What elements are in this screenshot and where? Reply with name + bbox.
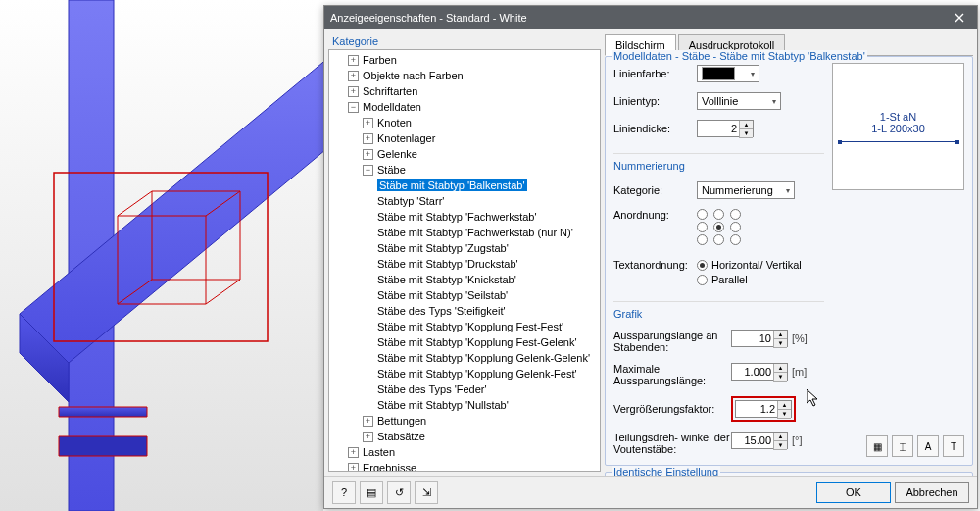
tree-node[interactable]: +Knoten xyxy=(329,115,600,130)
tree-node[interactable]: +Schriftarten xyxy=(329,83,600,99)
properties-pane: Bildschirm Ausdruckprotokoll Modelldaten… xyxy=(605,33,973,472)
svg-marker-2 xyxy=(59,436,147,456)
tree-node[interactable]: +Ergebnisse xyxy=(329,460,600,472)
label-max-aussp: Maximale Aussparungslänge: xyxy=(613,363,731,386)
category-heading: Kategorie xyxy=(332,35,601,47)
tree-node[interactable]: Stäbe des Typs 'Feder' xyxy=(329,382,600,397)
tree-node[interactable]: Stäbe mit Stabtyp 'Fachwerkstab (nur N)' xyxy=(329,225,600,240)
legend-main: Modelldaten - Stäbe - Stäbe mit Stabtyp … xyxy=(612,50,867,62)
arrangement-radios[interactable] xyxy=(697,209,741,245)
label-textanordnung: Textanordnung: xyxy=(613,259,697,271)
help-button[interactable]: ? xyxy=(332,481,356,504)
svg-marker-3 xyxy=(20,29,323,363)
tree-node[interactable]: +Lasten xyxy=(329,444,600,460)
textorder-radios[interactable]: Horizontal/ Vertikal Parallel xyxy=(697,259,802,285)
highlight-box: ▲▼ xyxy=(731,396,796,422)
tree-node[interactable]: Stäbe mit Stabtyp 'Fachwerkstab' xyxy=(329,209,600,225)
mini-toolbar: ▦ ⌶ A T xyxy=(832,435,964,457)
close-icon xyxy=(955,13,964,23)
label-anordnung: Anordnung: xyxy=(613,209,697,221)
label-vergroess: Vergrößerungsfaktor: xyxy=(613,403,731,415)
heading-nummerierung: Nummerierung xyxy=(613,160,697,172)
tree-node[interactable]: Stäbe mit Stabtyp 'Knickstab' xyxy=(329,272,600,287)
tree-node[interactable]: +Farben xyxy=(329,52,600,68)
font-icon[interactable]: A xyxy=(917,435,939,457)
preview-line-icon xyxy=(840,141,957,142)
tree-node[interactable]: +Bettungen xyxy=(329,413,600,429)
close-button[interactable] xyxy=(948,6,971,29)
aussparung-input[interactable]: ▲▼ xyxy=(731,330,788,347)
label-kategorie: Kategorie: xyxy=(613,184,697,196)
3d-viewport[interactable] xyxy=(0,0,323,511)
category-tree[interactable]: +Farben +Objekte nach Farben +Schriftart… xyxy=(328,49,601,472)
identical-group: Identische Einstellung Für Bildschirm un… xyxy=(605,472,973,476)
tree-node[interactable]: Stäbe mit Stabtyp 'Kopplung Gelenk-Fest' xyxy=(329,366,600,382)
svg-line-8 xyxy=(206,280,240,304)
label-liniendicke: Liniendicke: xyxy=(613,123,697,134)
tree-node[interactable]: Stabtyp 'Starr' xyxy=(329,193,600,209)
tree-node[interactable]: Stäbe mit Stabtyp 'Zugstab' xyxy=(329,240,600,256)
reset-button[interactable]: ↺ xyxy=(387,481,411,504)
color-dropdown[interactable]: ▾ xyxy=(697,65,760,82)
vergroess-input[interactable]: ▲▼ xyxy=(735,400,792,418)
teilung-input[interactable]: ▲▼ xyxy=(731,432,788,449)
label-teilung: Teilungsdreh- winkel der Voutenstäbe: xyxy=(613,432,731,455)
label-aussparung: Aussparungslänge an Stabenden: xyxy=(613,330,731,353)
tree-node-selected[interactable]: Stäbe mit Stabtyp 'Balkenstab' xyxy=(329,178,600,193)
category-pane: Kategorie +Farben +Objekte nach Farben +… xyxy=(328,33,601,472)
tree-node[interactable]: +Knotenlager xyxy=(329,130,600,146)
titlebar[interactable]: Anzeigeeigenschaften - Standard - White xyxy=(324,6,977,29)
swatch-icon xyxy=(702,67,735,80)
heading-grafik: Grafik xyxy=(613,308,697,320)
max-aussp-input[interactable]: ▲▼ xyxy=(731,363,788,381)
tree-node[interactable]: −Stäbe xyxy=(329,162,600,178)
tree-node[interactable]: Stäbe mit Stabtyp 'Kopplung Gelenk-Gelen… xyxy=(329,350,600,366)
grid-icon[interactable]: ▦ xyxy=(866,435,888,457)
text-icon[interactable]: T xyxy=(943,435,964,457)
tree-node[interactable]: Stäbe mit Stabtyp 'Kopplung Fest-Gelenk' xyxy=(329,334,600,350)
tree-node[interactable]: Stäbe mit Stabtyp 'Seilstab' xyxy=(329,287,600,303)
cancel-button[interactable]: Abbrechen xyxy=(895,482,969,503)
footer-bar: ? ▤ ↺ ⇲ OK Abbrechen xyxy=(324,476,977,508)
tree-node[interactable]: Stäbe mit Stabtyp 'Kopplung Fest-Fest' xyxy=(329,319,600,334)
kategorie-dropdown[interactable]: Nummerierung▾ xyxy=(697,181,795,199)
apply-button[interactable]: ⇲ xyxy=(415,481,438,504)
legend-identisch: Identische Einstellung xyxy=(612,466,720,476)
tree-node[interactable]: +Stabsätze xyxy=(329,429,600,444)
tree-node[interactable]: Stäbe mit Stabtyp 'Druckstab' xyxy=(329,256,600,272)
label-linienfarbe: Linienfarbe: xyxy=(613,68,697,79)
dialog-title: Anzeigeeigenschaften - Standard - White xyxy=(330,12,948,24)
tree-node[interactable]: +Gelenke xyxy=(329,146,600,162)
svg-marker-1 xyxy=(59,407,147,417)
display-properties-dialog: Anzeigeeigenschaften - Standard - White … xyxy=(323,5,978,509)
thickness-input[interactable]: ▲▼ xyxy=(697,120,754,137)
tree-node[interactable]: −Modelldaten xyxy=(329,99,600,115)
tree-node[interactable]: +Objekte nach Farben xyxy=(329,68,600,83)
preview-box: 1-St aN1-L 200x30 xyxy=(832,63,964,190)
ok-button[interactable]: OK xyxy=(816,482,891,503)
main-properties-group: Modelldaten - Stäbe - Stäbe mit Stabtyp … xyxy=(605,56,973,466)
doc-button[interactable]: ▤ xyxy=(360,481,383,504)
linetype-dropdown[interactable]: Volllinie▾ xyxy=(697,92,781,110)
label-linientyp: Linientyp: xyxy=(613,95,697,107)
tree-node[interactable]: Stäbe des Typs 'Steifigkeit' xyxy=(329,303,600,319)
section-icon[interactable]: ⌶ xyxy=(892,435,913,457)
tree-node[interactable]: Stäbe mit Stabtyp 'Nullstab' xyxy=(329,397,600,413)
